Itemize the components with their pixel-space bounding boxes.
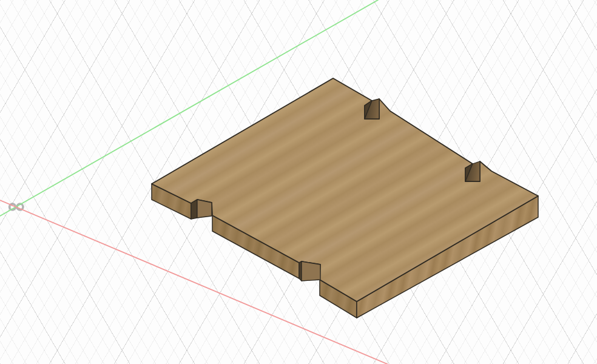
viewport-canvas[interactable] (0, 0, 597, 364)
viewport-background-grid[interactable] (0, 0, 597, 364)
front-slot-left-wall-sliver (191, 200, 197, 219)
front-slot-right-end-wall (302, 261, 320, 281)
front-slot-left-end-wall (197, 200, 212, 218)
panel-top-face (152, 78, 538, 302)
